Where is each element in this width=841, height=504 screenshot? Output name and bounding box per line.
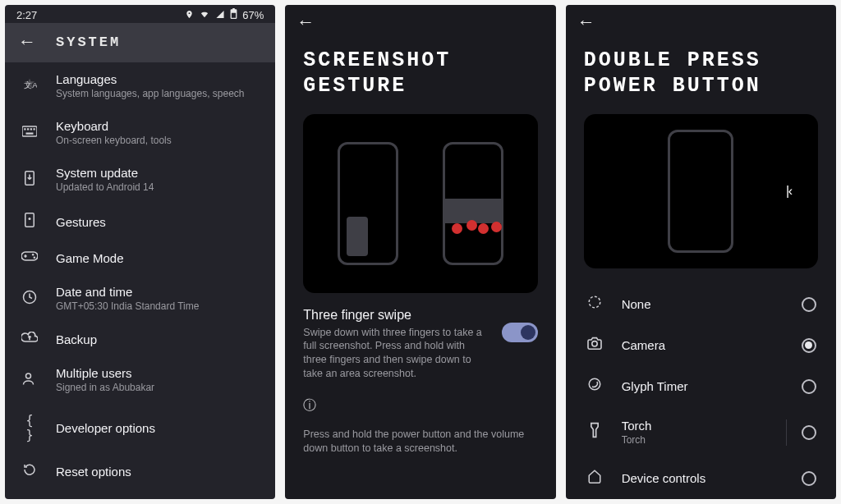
item-title: Keyboard (56, 119, 172, 133)
clock-icon (21, 290, 38, 308)
option-title: Camera (622, 338, 784, 352)
settings-item-languages[interactable]: 文ALanguagesSystem languages, app languag… (5, 62, 275, 109)
svg-point-9 (29, 218, 31, 220)
page-title: SCREENSHOT GESTURE (285, 39, 555, 114)
item-title: Languages (56, 72, 245, 86)
clock: 2:27 (16, 9, 37, 21)
header: ← SYSTEM (5, 23, 275, 62)
power-option-device-controls[interactable]: Device controls (571, 457, 831, 499)
home-icon (586, 469, 604, 488)
users-icon (21, 371, 38, 389)
item-title: Multiple users (56, 366, 154, 380)
battery-icon (230, 8, 237, 21)
info-icon: ⓘ (303, 397, 316, 415)
settings-item-feedback[interactable]: Feedback (5, 490, 275, 499)
header: ← (285, 5, 555, 39)
settings-item-backup[interactable]: Backup (5, 322, 275, 356)
phone-illustration-right (443, 142, 503, 265)
settings-item-date-and-time[interactable]: Date and timeGMT+05:30 India Standard Ti… (5, 275, 275, 322)
page-title: SYSTEM (56, 34, 121, 50)
radio-button[interactable] (802, 425, 816, 440)
radio-button[interactable] (802, 471, 816, 486)
item-title: System update (56, 166, 154, 180)
item-subtitle: Signed in as Abubakar (56, 382, 154, 393)
svg-rect-10 (21, 252, 38, 260)
item-title: Date and time (56, 285, 199, 299)
settings-item-developer-options[interactable]: { }Developer options (5, 403, 275, 452)
item-subtitle: GMT+05:30 India Standard Time (56, 300, 199, 312)
camera-icon (586, 337, 604, 354)
svg-text:文A: 文A (24, 80, 37, 89)
torch-icon (586, 422, 604, 442)
wifi-icon (199, 9, 210, 21)
settings-item-reset-options[interactable]: Reset options (5, 452, 275, 490)
none-icon (586, 295, 604, 314)
item-subtitle: System languages, app languages, speech (56, 88, 245, 99)
dev-icon: { } (21, 413, 38, 442)
svg-point-14 (26, 373, 31, 378)
gesture-illustration (303, 114, 537, 293)
phone-illustration (668, 130, 733, 253)
keyboard-icon (21, 126, 38, 140)
power-action-options: NoneCameraGlyph TimerTorchTorchDevice co… (566, 283, 836, 499)
option-title: Device controls (622, 471, 784, 485)
three-finger-swipe-setting: Three finger swipe Swipe down with three… (285, 308, 555, 393)
phone-illustration-left (338, 142, 398, 265)
radio-button[interactable] (802, 297, 816, 312)
translate-icon: 文A (21, 77, 38, 95)
svg-point-18 (589, 378, 600, 390)
power-option-torch[interactable]: TorchTorch (571, 407, 831, 457)
backup-icon (21, 332, 38, 346)
three-finger-swipe-toggle[interactable] (502, 323, 538, 342)
radio-button[interactable] (802, 379, 816, 394)
divider (786, 419, 787, 446)
location-icon (185, 9, 194, 21)
gesture-icon (21, 213, 38, 231)
statusbar: 2:27 67% (5, 5, 275, 23)
item-subtitle: Updated to Android 14 (56, 181, 154, 193)
item-title: Developer options (56, 421, 155, 435)
svg-rect-2 (24, 128, 25, 130)
back-icon[interactable]: ← (18, 33, 36, 51)
option-title: Glyph Timer (622, 379, 784, 393)
toggle-title: Three finger swipe (303, 308, 489, 323)
item-title: Gestures (56, 215, 106, 229)
back-icon[interactable]: ← (296, 11, 315, 32)
svg-rect-3 (27, 128, 29, 130)
update-icon (21, 171, 38, 189)
screenshot-note: Press and hold the power button and the … (285, 421, 555, 456)
svg-rect-5 (34, 128, 35, 130)
game-icon (21, 250, 38, 265)
radio-button[interactable] (802, 338, 816, 353)
settings-item-gestures[interactable]: Gestures (5, 203, 275, 241)
battery-pct: 67% (242, 9, 264, 21)
double-press-power-panel: ← DOUBLE PRESS POWER BUTTON | ‹ NoneCame… (566, 5, 836, 499)
power-option-none[interactable]: None (571, 283, 831, 325)
power-option-glyph-timer[interactable]: Glyph Timer (571, 365, 831, 407)
svg-point-11 (32, 254, 34, 256)
glyph-icon (586, 377, 604, 396)
page-title: DOUBLE PRESS POWER BUTTON (566, 39, 836, 114)
svg-rect-6 (26, 132, 34, 134)
item-title: Backup (56, 332, 97, 346)
settings-item-multiple-users[interactable]: Multiple usersSigned in as Abubakar (5, 356, 275, 403)
power-illustration: | ‹ (584, 114, 818, 269)
item-title: Reset options (56, 465, 131, 479)
power-option-camera[interactable]: Camera (571, 325, 831, 365)
settings-item-game-mode[interactable]: Game Mode (5, 241, 275, 275)
power-press-indicator: | ‹ (786, 184, 790, 199)
settings-item-system-update[interactable]: System updateUpdated to Android 14 (5, 156, 275, 203)
item-subtitle: On-screen keyboard, tools (56, 135, 172, 146)
option-title: None (622, 297, 784, 311)
svg-point-12 (34, 256, 36, 259)
reset-icon (21, 462, 38, 480)
svg-point-17 (591, 341, 596, 346)
system-settings-panel: 2:27 67% ← SYSTEM 文ALanguagesSystem lang… (5, 5, 275, 499)
back-icon[interactable]: ← (577, 11, 595, 32)
option-title: Torch (622, 419, 768, 433)
toggle-description: Swipe down with three fingers to take a … (303, 326, 489, 382)
svg-rect-4 (30, 128, 32, 130)
info-row[interactable]: ⓘ (285, 392, 555, 421)
settings-item-keyboard[interactable]: KeyboardOn-screen keyboard, tools (5, 109, 275, 156)
signal-icon (215, 9, 225, 21)
